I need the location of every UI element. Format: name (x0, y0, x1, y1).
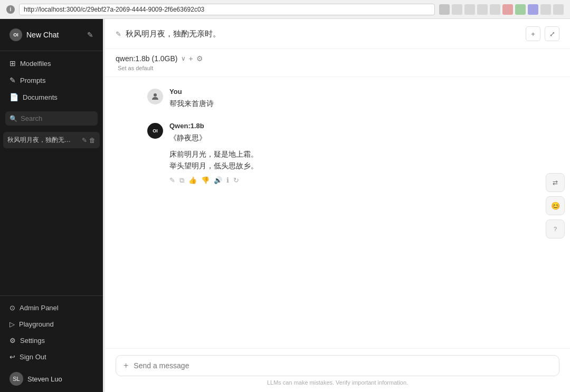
help-float-button[interactable]: ? (546, 219, 565, 238)
chat-header: ✎ 秋风明月夜，独酌无亲时。 + ⤢ (105, 19, 570, 49)
signout-icon: ↩ (10, 353, 15, 361)
thumbs-up-button[interactable]: 👍 (188, 176, 197, 184)
ai-message-avatar: OI (147, 123, 163, 139)
new-chat-button[interactable]: OI New Chat ✎ (5, 25, 98, 44)
user-message-avatar (147, 89, 163, 104)
new-chat-label: New Chat (26, 31, 59, 39)
browser-action-10[interactable] (553, 4, 564, 15)
sidebar-spacer (0, 215, 103, 295)
app-container: OI New Chat ✎ ⊞ Modelfiles ✎ Prompts 📄 D… (0, 19, 570, 392)
model-selector-bar: qwen:1.8b (1.0GB) ∨ + ⚙ Set as default (105, 49, 570, 77)
add-model-icon[interactable]: + (189, 54, 193, 63)
copy-message-button[interactable]: ⧉ (179, 176, 184, 185)
signout-label: Sign Out (20, 353, 46, 361)
chat-input[interactable] (134, 361, 552, 370)
user-message-content: You 帮我来首唐诗 (169, 88, 528, 109)
browser-action-4[interactable] (477, 4, 488, 15)
browser-url-bar[interactable]: http://localhost:3000/c/29ebf27a-2069-44… (19, 4, 435, 15)
chat-title-area: ✎ 秋风明月夜，独酌无亲时。 (116, 29, 221, 39)
input-wrapper: + (116, 355, 559, 376)
volume-button[interactable]: 🔊 (214, 176, 222, 184)
share-button[interactable]: ⤢ (545, 26, 559, 41)
ai-message-text: 《静夜思》 床前明月光，疑是地上霜。 举头望明月，低头思故乡。 (169, 132, 528, 171)
browser-action-9[interactable] (540, 4, 551, 15)
sidebar-item-settings[interactable]: ⚙ Settings (5, 333, 98, 348)
chat-title-edit-icon[interactable]: ✎ (116, 30, 121, 38)
settings-label: Settings (20, 337, 45, 345)
app-logo: OI (10, 28, 22, 41)
browser-action-2[interactable] (452, 4, 462, 15)
admin-icon: ⊙ (10, 304, 15, 312)
info-button[interactable]: ℹ (226, 176, 229, 184)
model-dropdown-chevron[interactable]: ∨ (181, 55, 186, 62)
add-model-button[interactable]: + (526, 26, 540, 41)
sidebar-item-documents[interactable]: 📄 Documents (5, 89, 98, 105)
search-box: 🔍 (5, 111, 98, 126)
svg-point-0 (154, 93, 157, 97)
chat-delete-icon[interactable]: 🗑 (89, 137, 96, 144)
browser-action-8[interactable] (528, 4, 538, 15)
ai-poem-line1: 床前明月光，疑是地上霜。 (169, 148, 528, 160)
input-area: + LLMs can make mistakes. Verify importa… (105, 348, 570, 392)
sidebar-top: OI New Chat ✎ (0, 19, 103, 51)
right-float-panel: ⇄ 😊 ? (546, 173, 565, 238)
sidebar-item-prompts[interactable]: ✎ Prompts (5, 72, 98, 88)
browser-info-icon: i (6, 5, 15, 14)
model-settings-icon[interactable]: ⚙ (196, 54, 203, 63)
admin-label: Admin Panel (20, 304, 59, 312)
chat-history-item[interactable]: 秋风明月夜，独酌无亲时。 ✎ 🗑 (3, 132, 100, 148)
sidebar-nav: ⊞ Modelfiles ✎ Prompts 📄 Documents (0, 51, 103, 109)
ai-message-actions: ✎ ⧉ 👍 👎 🔊 ℹ ↻ (169, 176, 528, 185)
sidebar: OI New Chat ✎ ⊞ Modelfiles ✎ Prompts 📄 D… (0, 19, 103, 392)
refresh-button[interactable]: ↻ (233, 176, 239, 184)
sidebar-item-admin[interactable]: ⊙ Admin Panel (5, 300, 98, 315)
modelfiles-label: Modelfiles (20, 60, 51, 68)
modelfiles-icon: ⊞ (10, 59, 16, 68)
sidebar-item-modelfiles[interactable]: ⊞ Modelfiles (5, 55, 98, 71)
documents-icon: 📄 (10, 93, 18, 101)
user-sender-name: You (169, 88, 528, 95)
browser-action-3[interactable] (464, 4, 475, 15)
set-default-label: Set as default (118, 65, 153, 71)
model-selector-left: qwen:1.8b (1.0GB) ∨ + ⚙ Set as default (116, 54, 203, 71)
prompts-label: Prompts (20, 77, 45, 84)
attach-button[interactable]: + (124, 361, 128, 370)
ai-poem-title: 《静夜思》 (169, 132, 528, 144)
playground-icon: ▷ (10, 320, 15, 328)
edit-message-button[interactable]: ✎ (169, 176, 175, 184)
user-avatar: SL (10, 372, 23, 386)
chat-title: 秋风明月夜，独酌无亲时。 (126, 29, 221, 39)
user-message-text: 帮我来首唐诗 (169, 98, 528, 109)
sidebar-item-signout[interactable]: ↩ Sign Out (5, 349, 98, 365)
user-profile[interactable]: SL Steven Luo (5, 368, 98, 388)
browser-action-1[interactable] (439, 4, 450, 15)
prompts-icon: ✎ (10, 76, 16, 84)
main-content: ✎ 秋风明月夜，独酌无亲时。 + ⤢ qwen:1.8b (1.0GB) ∨ +… (105, 19, 570, 392)
browser-action-6[interactable] (502, 4, 513, 15)
messages-area: You 帮我来首唐诗 OI Qwen:1.8b 《静夜思》 床前明月光，疑是地上… (105, 77, 570, 348)
translate-float-button[interactable]: ⇄ (546, 173, 565, 192)
browser-bar: i http://localhost:3000/c/29ebf27a-2069-… (0, 0, 570, 19)
user-message: You 帮我来首唐诗 (147, 88, 528, 109)
emoji-float-button[interactable]: 😊 (546, 196, 565, 215)
new-chat-edit-icon[interactable]: ✎ (87, 31, 93, 39)
thumbs-down-button[interactable]: 👎 (201, 176, 210, 184)
header-actions: + ⤢ (526, 26, 559, 41)
search-input[interactable] (21, 114, 93, 122)
browser-actions (439, 4, 564, 15)
browser-action-5[interactable] (490, 4, 500, 15)
chat-edit-icon[interactable]: ✎ (82, 137, 87, 144)
ai-message-content: Qwen:1.8b 《静夜思》 床前明月光，疑是地上霜。 举头望明月，低头思故乡… (169, 122, 528, 184)
search-icon: 🔍 (10, 115, 17, 122)
ai-message: OI Qwen:1.8b 《静夜思》 床前明月光，疑是地上霜。 举头望明月，低头… (147, 122, 528, 184)
sidebar-bottom: ⊙ Admin Panel ▷ Playground ⚙ Settings ↩ … (0, 295, 103, 392)
input-footer: LLMs can make mistakes. Verify important… (116, 379, 559, 386)
browser-action-7[interactable] (515, 4, 526, 15)
documents-label: Documents (23, 93, 58, 101)
model-name: qwen:1.8b (1.0GB) (116, 54, 178, 63)
chat-history-text: 秋风明月夜，独酌无亲时。 (7, 136, 76, 145)
sidebar-item-playground[interactable]: ▷ Playground (5, 317, 98, 332)
settings-icon: ⚙ (10, 337, 16, 345)
ai-poem-line2: 举头望明月，低头思故乡。 (169, 160, 528, 171)
playground-label: Playground (19, 320, 54, 328)
